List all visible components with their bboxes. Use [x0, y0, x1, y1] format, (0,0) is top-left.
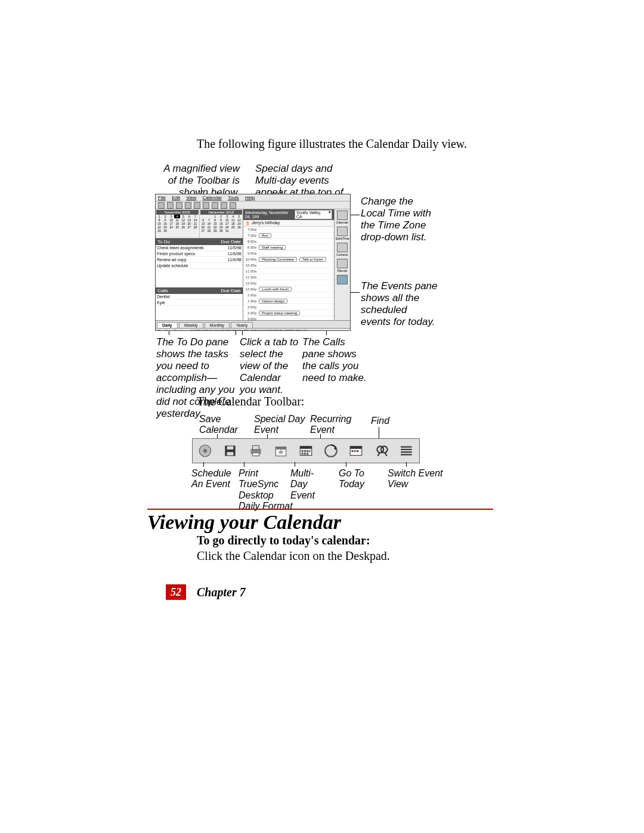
toolbar-icon[interactable]	[221, 202, 227, 209]
label-schedule-event: Schedule An Event	[191, 468, 236, 490]
page-number: 52	[166, 584, 186, 600]
mini-calendar-2[interactable]: December 2018 12345 6789101112 131415161…	[200, 209, 243, 238]
svg-point-1	[203, 449, 208, 453]
menu-help[interactable]: Help	[245, 195, 255, 200]
toolbar-icon[interactable]	[203, 202, 209, 209]
schedule-row[interactable]: 1:30pInterior design	[243, 298, 334, 304]
svg-rect-19	[306, 453, 308, 454]
svg-line-30	[385, 453, 386, 456]
figure-toolbar	[156, 202, 350, 209]
calls-header-label: Calls	[157, 288, 168, 293]
menu-edit[interactable]: Edit	[172, 195, 180, 200]
events-pane[interactable]: 7:00a7:30aRun8:00a8:30aStaff meeting9:00…	[243, 227, 334, 320]
leader-tick	[379, 427, 379, 439]
schedule-row[interactable]: 12:30pLunch with Kevin	[243, 286, 334, 292]
leader-tick	[346, 462, 346, 467]
svg-line-29	[377, 453, 379, 456]
chapter-label: Chapter 7	[197, 586, 246, 599]
save-calendar-icon[interactable]	[221, 442, 239, 459]
call-item[interactable]: Kyle	[156, 300, 243, 306]
callout-tabs-hint: Click a tab to select the view of the Ca…	[240, 336, 299, 396]
side-nav-sync[interactable]	[336, 275, 349, 285]
recurring-event-icon[interactable]	[322, 442, 340, 459]
side-nav-earthtime[interactable]: EarthTime	[336, 227, 349, 240]
callout-events-pane: The Events pane shows all the scheduled …	[361, 280, 438, 328]
schedule-row[interactable]: 8:00a	[243, 239, 334, 244]
callout-calls-pane: The Calls pane shows the calls you need …	[302, 336, 368, 384]
side-nav-calendar[interactable]: Calendar	[336, 210, 349, 224]
toolbar-icon[interactable]	[212, 202, 218, 209]
svg-rect-36	[401, 449, 402, 450]
schedule-row[interactable]: 10:30a	[243, 262, 334, 268]
calls-pane[interactable]: Dentist Kyle	[156, 294, 243, 320]
multiday-event-icon[interactable]	[297, 442, 315, 459]
todo-item[interactable]: Update schedule	[156, 263, 243, 269]
toolbar-icon[interactable]	[185, 202, 191, 209]
menu-file[interactable]: File	[158, 195, 166, 200]
svg-rect-4	[227, 452, 234, 455]
menu-bar[interactable]: File Edit View Calendar Tools Help	[156, 194, 350, 202]
svg-rect-24	[352, 450, 354, 452]
section-title: Viewing your Calendar	[147, 511, 341, 534]
view-tabs: Daily Weekly Monthly Yearly	[156, 320, 350, 328]
svg-rect-26	[357, 450, 359, 452]
tab-monthly[interactable]: Monthly	[205, 322, 230, 328]
leader-tick	[406, 462, 407, 467]
svg-rect-7	[252, 453, 259, 456]
tab-weekly[interactable]: Weekly	[179, 322, 203, 328]
callout-timezone: Change the Local Time with the Time Zone…	[361, 196, 438, 243]
mini-calendar-1[interactable]: November 2018 1234567 891011121314 15161…	[156, 209, 200, 238]
toolbar-icon[interactable]	[158, 202, 165, 209]
schedule-row[interactable]: 2:30pProject status meeting	[243, 310, 334, 316]
schedule-row[interactable]: 10:00aPlanning CommitteeTalk to Karen	[243, 256, 334, 262]
svg-rect-13	[301, 450, 303, 452]
schedule-event-icon[interactable]	[196, 442, 214, 459]
menu-view[interactable]: View	[186, 195, 196, 200]
schedule-row[interactable]: 9:00a	[243, 250, 334, 256]
toolbar-icon[interactable]	[167, 202, 174, 209]
calendar-daily-view-screenshot: File Edit View Calendar Tools Help Novem…	[155, 194, 351, 331]
schedule-row[interactable]: 11:30a	[243, 274, 334, 280]
todo-item[interactable]: Finish product specs11/6/98	[156, 251, 243, 257]
menu-tools[interactable]: Tools	[228, 195, 239, 200]
svg-rect-38	[401, 454, 402, 455]
schedule-row[interactable]: 2:00p	[243, 304, 334, 310]
side-nav-planner[interactable]: Planner	[336, 259, 349, 272]
svg-rect-12	[300, 446, 312, 448]
schedule-row[interactable]: 7:00a	[243, 227, 334, 233]
timezone-dropdown[interactable]: Scotts Valley, CA	[295, 210, 332, 219]
toolbar-icon[interactable]	[230, 202, 236, 209]
todo-pane[interactable]: Check team assignments11/5/98 Finish pro…	[156, 245, 243, 287]
special-day-banner[interactable]: 🎂 Jerry's birthday	[243, 220, 334, 227]
print-icon[interactable]	[247, 442, 265, 459]
switch-view-icon[interactable]	[398, 442, 416, 459]
schedule-row[interactable]: 8:30aStaff meeting	[243, 244, 334, 250]
page-footer: 52 Chapter 7	[166, 584, 246, 600]
section-rule	[147, 509, 493, 510]
mini-calendar-2-header: December 2018	[200, 210, 243, 215]
toolbar-icon[interactable]	[194, 202, 200, 209]
schedule-row[interactable]: 3:00p	[243, 316, 334, 320]
schedule-row[interactable]: 1:00p	[243, 292, 334, 298]
svg-rect-35	[401, 446, 402, 447]
goto-today-icon[interactable]	[347, 442, 365, 459]
todo-item[interactable]: Check team assignments11/5/98	[156, 245, 243, 251]
find-icon[interactable]	[373, 442, 391, 459]
toolbar-icon[interactable]	[176, 202, 182, 209]
tab-daily[interactable]: Daily	[157, 322, 178, 328]
todo-item[interactable]: Review ad copy11/6/98	[156, 257, 243, 263]
schedule-row[interactable]: 11:00a	[243, 268, 334, 274]
special-day-icon[interactable]	[272, 442, 290, 459]
label-recurring: Recurring Event	[310, 414, 358, 436]
side-nav-contacts[interactable]: Contacts	[336, 243, 349, 256]
schedule-row[interactable]: 12:00p	[243, 280, 334, 286]
schedule-row[interactable]: 7:30aRun	[243, 233, 334, 239]
menu-calendar[interactable]: Calendar	[203, 195, 222, 200]
svg-rect-16	[309, 450, 310, 452]
tab-yearly[interactable]: Yearly	[231, 322, 253, 328]
events-header: Wednesday, November 04, 199 Scotts Valle…	[243, 209, 334, 220]
call-item[interactable]: Dentist	[156, 294, 243, 300]
svg-rect-3	[227, 446, 234, 449]
svg-rect-14	[304, 450, 306, 452]
svg-rect-15	[306, 450, 308, 452]
